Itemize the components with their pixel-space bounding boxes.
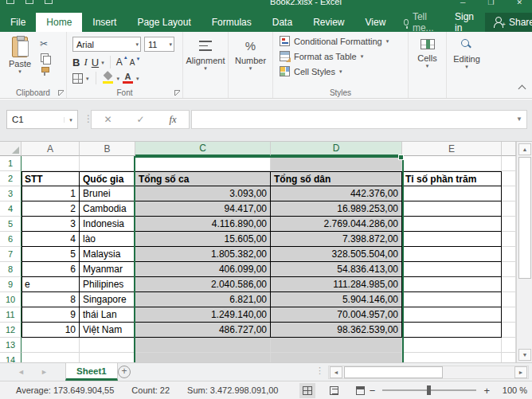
zoom-slider-thumb[interactable] — [427, 385, 431, 395]
font-color-icon[interactable]: A — [123, 72, 133, 84]
cell-B12[interactable]: Việt Nam — [80, 323, 135, 338]
row-header-2[interactable]: 2 — [0, 171, 22, 186]
cancel-entry-icon[interactable]: ✕ — [104, 114, 111, 125]
cell-C5[interactable]: 4.116.890,00 — [135, 217, 271, 232]
cell-C3[interactable]: 3.093,00 — [135, 186, 271, 201]
cell-D8[interactable]: 54.836.413,00 — [271, 262, 402, 277]
cell-E14[interactable] — [402, 353, 502, 362]
cut-icon[interactable]: ✂ — [40, 38, 48, 49]
number-button[interactable]: % Number ▾ — [229, 39, 272, 71]
cell-E4[interactable] — [402, 201, 502, 217]
page-layout-view-button[interactable] — [326, 383, 342, 398]
cell-D11[interactable]: 70.004.957,00 — [271, 307, 402, 323]
format-painter-icon[interactable] — [41, 67, 49, 76]
row-header-14[interactable]: 14 — [0, 353, 22, 362]
cell-D7[interactable]: 328.505.504,00 — [271, 247, 402, 262]
cell-A7[interactable]: 5 — [22, 247, 80, 262]
cell-B7[interactable]: Malaysia — [80, 247, 135, 262]
cell-E7[interactable] — [402, 247, 502, 262]
scroll-left-icon[interactable]: ◄ — [330, 366, 342, 378]
restore-icon[interactable]: ❐ — [487, 0, 494, 6]
cell-E6[interactable] — [402, 232, 502, 247]
quick-access-toolbar[interactable] — [6, 0, 53, 4]
cell-B5[interactable]: Indonesia — [80, 217, 135, 232]
conditional-formatting-button[interactable]: Conditional Formatting▾ — [280, 36, 389, 46]
share-button[interactable]: + Share — [485, 13, 532, 32]
cell-A4[interactable]: 2 — [22, 201, 80, 217]
tabbar-grip-icon[interactable]: ⋮ — [315, 366, 324, 376]
row-header-11[interactable]: 11 — [0, 307, 22, 323]
cell-F3[interactable] — [502, 186, 516, 201]
row-header-1[interactable]: 1 — [0, 156, 22, 171]
clipboard-dialog-launcher-icon[interactable] — [58, 90, 64, 96]
cell-D6[interactable]: 7.398.872,00 — [271, 232, 402, 247]
cell-F11[interactable] — [502, 307, 516, 323]
zoom-slider[interactable] — [382, 389, 476, 391]
cell-C6[interactable]: 15.605,00 — [135, 232, 271, 247]
scroll-right-icon[interactable]: ► — [514, 366, 527, 378]
zoom-out-icon[interactable]: − — [370, 385, 376, 397]
font-name-combo[interactable]: Arial ▾ — [72, 37, 141, 52]
cell-A11[interactable]: 9 — [22, 307, 80, 323]
sign-in-button[interactable]: Sign in — [444, 13, 485, 32]
cell-D14[interactable] — [271, 353, 402, 362]
redo-icon[interactable] — [45, 0, 53, 4]
editing-dropdown-icon[interactable]: ▾ — [447, 64, 487, 69]
save-icon[interactable] — [6, 0, 14, 4]
cell-E3[interactable] — [402, 186, 502, 201]
font-size-combo[interactable]: 11 ▾ — [144, 37, 174, 52]
cell-E13[interactable] — [402, 338, 502, 353]
copy-icon[interactable] — [41, 53, 49, 63]
cell-B8[interactable]: Myanmar — [80, 262, 135, 277]
zoom-in-icon[interactable]: + — [483, 385, 490, 397]
window-controls[interactable]: ─ ❐ ✕ — [460, 0, 522, 6]
row-header-13[interactable]: 13 — [0, 338, 22, 353]
horizontal-scroll-thumb[interactable] — [344, 366, 443, 378]
ribbon-tab-insert[interactable]: Insert — [82, 13, 127, 32]
cell-C4[interactable]: 94.417,00 — [135, 201, 271, 217]
cell-A3[interactable]: 1 — [22, 186, 80, 201]
alignment-dropdown-icon[interactable]: ▾ — [183, 65, 228, 71]
col-header-partial[interactable] — [502, 142, 516, 156]
cell-F14[interactable] — [502, 353, 516, 362]
number-dropdown-icon[interactable]: ▾ — [229, 65, 272, 71]
format-as-table-dropdown-icon[interactable]: ▾ — [361, 53, 364, 59]
cell-D3[interactable]: 442.376,00 — [271, 186, 402, 201]
cell-A10[interactable]: 8 — [22, 292, 80, 307]
ribbon-tab-view[interactable]: View — [355, 13, 397, 32]
confirm-entry-icon[interactable]: ✓ — [136, 114, 144, 125]
collapse-ribbon-icon[interactable] — [518, 85, 526, 93]
next-sheet-icon[interactable]: ► — [41, 368, 48, 376]
bold-button[interactable]: B — [72, 57, 80, 68]
prev-sheet-icon[interactable]: ◄ — [18, 368, 25, 376]
ribbon-tab-data[interactable]: Data — [262, 13, 303, 32]
cell-F9[interactable] — [502, 277, 516, 292]
cell-F4[interactable] — [502, 201, 516, 217]
cell-D13[interactable] — [271, 338, 402, 353]
font-dialog-launcher-icon[interactable] — [174, 90, 180, 96]
increase-font-size-button[interactable]: A — [116, 57, 127, 68]
paste-button[interactable]: Paste ▾ — [4, 37, 36, 88]
row-header-7[interactable]: 7 — [0, 247, 22, 262]
borders-icon[interactable] — [72, 73, 83, 84]
row-header-4[interactable]: 4 — [0, 201, 22, 217]
cell-C13[interactable] — [135, 338, 271, 353]
cell-E9[interactable] — [402, 277, 502, 292]
ribbon-tab-home[interactable]: Home — [36, 13, 82, 32]
cell-F7[interactable] — [502, 247, 516, 262]
cell-styles-dropdown-icon[interactable]: ▾ — [339, 68, 342, 74]
cell-B13[interactable] — [80, 338, 135, 353]
col-header-A[interactable]: A — [22, 142, 80, 156]
cell-F2[interactable] — [502, 171, 516, 186]
cell-D2[interactable]: Tổng số dân — [271, 171, 402, 186]
cell-B10[interactable]: Singapore — [80, 292, 135, 307]
cell-F1[interactable] — [502, 156, 516, 171]
insert-function-icon[interactable]: fx — [169, 114, 176, 126]
borders-dropdown-icon[interactable]: ▾ — [86, 76, 89, 81]
underline-button[interactable]: U — [92, 57, 99, 68]
cell-D9[interactable]: 111.284.985,00 — [271, 277, 402, 292]
cell-A2[interactable]: STT — [22, 171, 80, 186]
cell-D12[interactable]: 98.362.539,00 — [271, 323, 402, 338]
row-header-12[interactable]: 12 — [0, 323, 22, 338]
italic-button[interactable]: I — [82, 56, 88, 68]
